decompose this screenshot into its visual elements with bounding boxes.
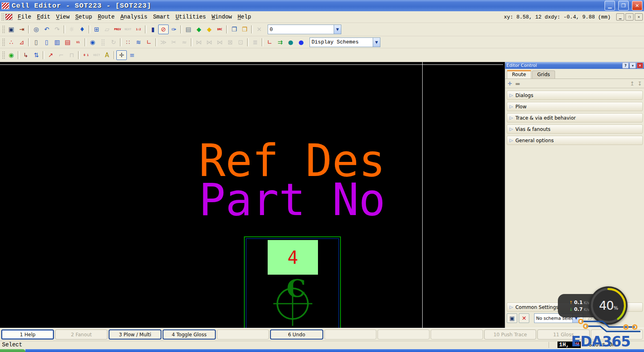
panel-collapse-button[interactable]: ▾ — [630, 62, 636, 68]
toolbar-separator — [28, 25, 30, 33]
start-button[interactable] — [0, 349, 25, 352]
cell-fill-icon[interactable]: ▥ — [52, 37, 62, 47]
save-scheme-button[interactable]: ▣ — [507, 313, 517, 323]
plow-ball-icon[interactable]: ● — [296, 37, 306, 47]
copy-icon[interactable]: ❐ — [229, 25, 239, 34]
layer-display-list-icon[interactable]: ≡ — [127, 50, 137, 60]
menu-setup[interactable]: Setup — [72, 12, 95, 21]
close-cell-icon[interactable]: ⇥ — [17, 25, 27, 34]
menu-window[interactable]: Window — [209, 12, 235, 21]
chevron-down-icon[interactable]: ▼ — [373, 38, 380, 47]
trace-corner-icon[interactable]: ∟ — [264, 37, 275, 47]
jump-net-icon[interactable]: ↗ — [45, 50, 56, 60]
pad-4-number: 4 — [287, 247, 298, 268]
properties-icon[interactable]: ▤ — [183, 25, 194, 34]
paste-special-icon[interactable]: ❒ — [239, 25, 250, 34]
toolbar-separator — [247, 38, 249, 46]
menu-route[interactable]: Route — [95, 12, 118, 21]
hug-trace-icon[interactable]: ↳ — [21, 50, 31, 60]
via-pins-icon[interactable]: ⇉ — [275, 37, 285, 47]
prev-icon[interactable]: PREV — [112, 25, 123, 34]
toolbar-row-1: ▣⇥◎↶↷☼♦⊞▱PREVNEXT1:2▮⊘✑▤◆◆DRC❐❒✕0▼ — [0, 23, 644, 36]
minimize-button[interactable]: ▁ — [605, 1, 615, 10]
section-dialogs[interactable]: ▷Dialogs — [507, 91, 643, 100]
gloss-ball-icon[interactable]: ● — [285, 37, 296, 47]
menu-utilities[interactable]: Utilities — [173, 12, 209, 21]
find-icon[interactable]: ◎ — [31, 25, 41, 34]
pin-cursor-icon[interactable]: ◉ — [87, 37, 98, 47]
fkey-6-undo[interactable]: 6 Undo — [270, 329, 323, 340]
restore-button[interactable]: ❐ — [618, 1, 629, 10]
text-icon[interactable]: A — [102, 50, 112, 60]
drc-icon[interactable]: DRC — [215, 25, 225, 34]
fkey-3-plow-multi[interactable]: 3 Plow / Multi — [109, 329, 161, 340]
section-plow[interactable]: ▷Plow — [507, 102, 643, 111]
cell-bottom-icon[interactable]: ▤ — [62, 37, 73, 47]
dimension-icon[interactable]: ⊿ — [17, 37, 27, 47]
fkey-1-help[interactable]: 1 Help — [1, 329, 54, 340]
toolbar-separator — [226, 25, 228, 33]
part-no-text[interactable]: Part No — [199, 178, 386, 222]
save-icon[interactable]: ▣ — [6, 25, 17, 34]
delete-scheme-button[interactable]: ✕ — [519, 313, 529, 323]
measure-icon[interactable]: 0 1 — [81, 50, 91, 60]
scroll-down-icon[interactable]: ↧ — [638, 81, 642, 87]
menu-help[interactable]: Help — [235, 12, 254, 21]
place-select-icon[interactable]: ◉ — [6, 50, 17, 60]
cell-refdes-icon[interactable]: U1 — [73, 37, 83, 47]
fanout-vias-icon[interactable]: ⇅ — [31, 50, 41, 60]
layer-pair-icon[interactable]: 1:2 — [133, 25, 144, 34]
pad-4[interactable]: 4 — [268, 240, 318, 275]
display-scheme-combo[interactable]: Display Schemes▼ — [310, 37, 380, 47]
tab-grids[interactable]: Grids — [532, 70, 555, 79]
pin-icon[interactable]: ✛ — [508, 81, 512, 87]
section-trace-via-edit-behavior[interactable]: ▷Trace & via edit behavior — [507, 113, 643, 122]
toolbar-grip[interactable] — [2, 25, 5, 33]
arc-route-icon[interactable]: ≋ — [133, 37, 144, 47]
fkey-10-push-trace[interactable]: 10 Push Trace — [484, 329, 536, 340]
mdi-minimize-button[interactable]: ▁ — [616, 13, 624, 21]
panel-help-button[interactable]: ? — [622, 62, 629, 68]
mdi-close-button[interactable]: ✕ — [635, 13, 643, 21]
menu-analysis[interactable]: Analysis — [118, 12, 150, 21]
panel-close-button[interactable]: ✕ — [637, 62, 643, 68]
menu-edit[interactable]: Edit — [34, 12, 54, 21]
menu-smart[interactable]: Smart — [150, 12, 173, 21]
taskbar-strip[interactable] — [25, 349, 644, 352]
stitch-icon[interactable]: ▮ — [148, 25, 158, 34]
ink-drop-icon[interactable]: ♦ — [77, 25, 87, 34]
menubar-grip[interactable] — [1, 13, 4, 21]
panel-title-bar[interactable]: Editor Control ? ▾ ✕ — [505, 62, 644, 69]
fkey-4-toggle-gloss[interactable]: 4 Toggle Gloss — [163, 329, 215, 340]
toolbar-grip[interactable] — [2, 38, 5, 46]
pen-plow-icon[interactable]: ✑ — [169, 25, 179, 34]
corner-route-icon[interactable]: ∟ — [144, 37, 154, 47]
active-layer-combo[interactable]: 0▼ — [268, 25, 341, 34]
section-vias-fanouts[interactable]: ▷Vias & fanouts — [507, 124, 643, 134]
crosshair-toggle-icon[interactable]: ✛ — [116, 50, 127, 60]
mdi-document-icon[interactable] — [5, 14, 12, 20]
menu-file[interactable]: File — [15, 12, 34, 21]
online-drc-icon[interactable]: ◆ — [194, 25, 204, 34]
design-canvas[interactable]: Ref Des Part No 4 1 2 3 C — [0, 62, 503, 328]
cell-placement-icon[interactable]: ▯ — [41, 37, 52, 47]
display-scheme-combo-value: Display Schemes — [310, 39, 373, 45]
toolbar-separator — [180, 25, 182, 33]
swap-pins-icon[interactable]: ∷ — [123, 37, 133, 47]
undo-icon[interactable]: ↶ — [41, 25, 52, 34]
section-general-options[interactable]: ▷General options — [507, 136, 643, 145]
unroute-toggle-icon[interactable]: ⊘ — [158, 25, 169, 34]
scroll-up-icon[interactable]: ↥ — [630, 81, 634, 87]
pad-select-icon[interactable]: ∴ — [6, 37, 17, 47]
warning-icon[interactable]: ◆ — [204, 25, 215, 34]
mdi-restore-button[interactable]: ❐ — [625, 13, 634, 21]
toolbar-grip[interactable] — [2, 51, 5, 59]
close-button[interactable]: ✕ — [632, 1, 642, 10]
chevron-down-icon[interactable]: ▼ — [334, 25, 341, 34]
cell-outline-icon[interactable]: ▯ — [31, 37, 41, 47]
menu-view[interactable]: View — [53, 12, 72, 21]
fkey-2-fanout[interactable]: 2 Fanout — [55, 329, 107, 340]
tab-route[interactable]: Route — [507, 70, 531, 79]
collapse-all-icon[interactable]: ▬ — [515, 81, 520, 87]
fit-view-icon[interactable]: ⊞ — [91, 25, 102, 34]
